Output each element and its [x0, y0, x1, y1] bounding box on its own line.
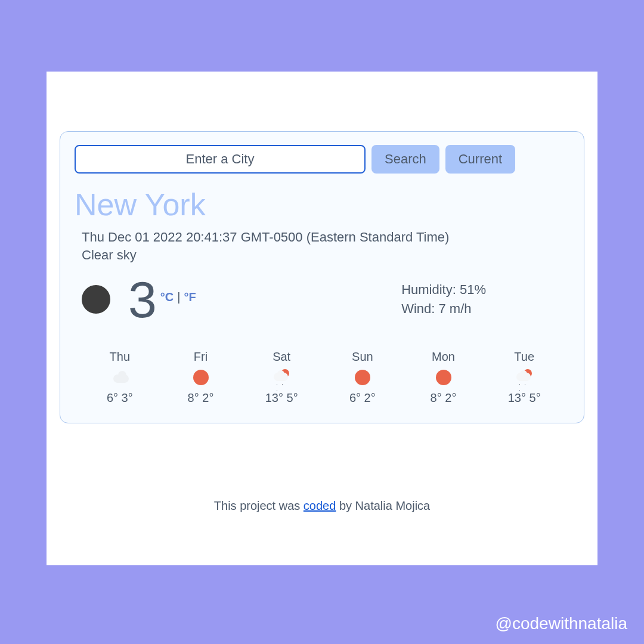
- cloud-icon: [112, 370, 128, 385]
- unit-separator: |: [177, 290, 180, 304]
- sun-icon: [355, 370, 370, 385]
- current-conditions-row: 3 °C | °F Humidity: 51% Wind: 7 m/h: [82, 274, 569, 325]
- datetime-text: Thu Dec 01 2022 20:41:37 GMT-0500 (Easte…: [82, 230, 569, 245]
- unit-toggle: °C | °F: [160, 290, 196, 309]
- search-button[interactable]: Search: [371, 145, 439, 174]
- forecast-day-label: Mon: [432, 350, 455, 364]
- weather-panel: Search Current New York Thu Dec 01 2022 …: [60, 131, 584, 423]
- forecast-day-label: Sun: [352, 350, 373, 364]
- forecast-day-temps: 6° 2°: [349, 391, 376, 405]
- forecast-day: Sun6° 2°: [322, 350, 403, 405]
- search-row: Search Current: [75, 145, 569, 174]
- forecast-day-temps: 8° 2°: [188, 391, 214, 405]
- celsius-toggle[interactable]: °C: [160, 290, 174, 304]
- fahrenheit-toggle[interactable]: °F: [184, 290, 196, 304]
- forecast-day-temps: 8° 2°: [431, 391, 457, 405]
- credit-link[interactable]: coded: [304, 499, 336, 512]
- credit-line: This project was coded by Natalia Mojica: [47, 499, 597, 513]
- forecast-day-label: Thu: [110, 350, 130, 364]
- sun-icon: [436, 370, 451, 385]
- forecast-day: Thu6° 3°: [79, 350, 160, 405]
- forecast-day-label: Sat: [273, 350, 290, 364]
- app-card: Search Current New York Thu Dec 01 2022 …: [47, 72, 597, 565]
- moon-icon: [82, 285, 110, 314]
- rain-icon: · · ·: [516, 370, 532, 385]
- humidity-text: Humidity: 51%: [401, 280, 486, 299]
- forecast-day: Sat· · ·13° 5°: [241, 350, 322, 405]
- condition-text: Clear sky: [82, 247, 569, 263]
- city-search-input[interactable]: [75, 145, 366, 174]
- forecast-day: Tue· · ·13° 5°: [484, 350, 565, 405]
- credit-suffix: by Natalia Mojica: [336, 499, 430, 512]
- forecast-day-label: Fri: [194, 350, 208, 364]
- forecast-day: Fri8° 2°: [160, 350, 242, 405]
- forecast-day-label: Tue: [514, 350, 534, 364]
- social-handle: @codewithnatalia: [496, 614, 627, 633]
- forecast-day-temps: 13° 5°: [508, 391, 541, 405]
- forecast-day: Mon8° 2°: [403, 350, 484, 405]
- forecast-day-temps: 6° 3°: [107, 391, 133, 405]
- current-location-button[interactable]: Current: [445, 145, 515, 174]
- credit-prefix: This project was: [214, 499, 304, 512]
- forecast-day-temps: 13° 5°: [265, 391, 298, 405]
- rain-icon: · · ·: [274, 370, 289, 385]
- weather-stats: Humidity: 51% Wind: 7 m/h: [401, 280, 486, 318]
- current-temperature: 3: [128, 274, 157, 325]
- sun-icon: [193, 370, 209, 385]
- forecast-row: Thu6° 3°Fri8° 2°Sat· · ·13° 5°Sun6° 2°Mo…: [79, 350, 565, 405]
- city-title: New York: [75, 187, 569, 222]
- wind-text: Wind: 7 m/h: [401, 299, 486, 318]
